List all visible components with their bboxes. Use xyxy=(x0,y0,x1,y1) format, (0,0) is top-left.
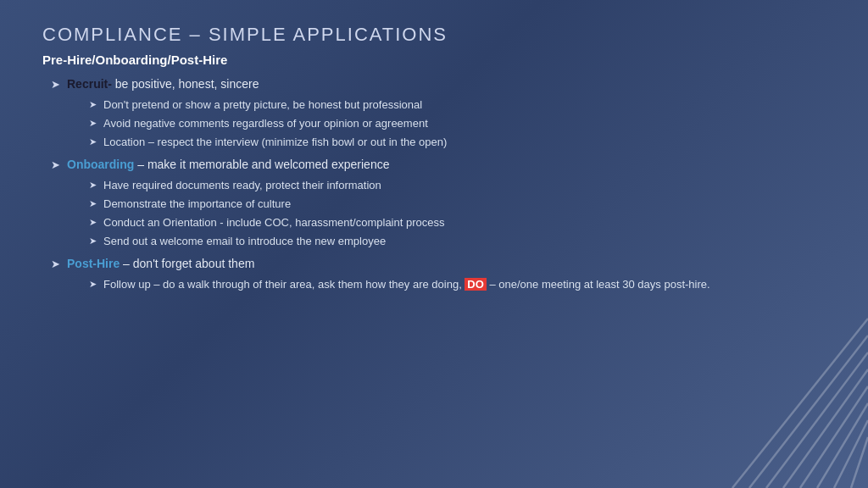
arrow-icon-recruit: ➤ xyxy=(51,76,60,93)
arrow-icon: ➤ xyxy=(89,97,97,112)
posthire-text: Post-Hire – don't forget about them xyxy=(67,255,254,274)
section-posthire: ➤ Post-Hire – don't forget about them xyxy=(51,255,826,274)
onboarding-description: – make it memorable and welcomed experie… xyxy=(134,158,389,171)
onboarding-sub1: ➤ Have required documents ready, protect… xyxy=(89,177,826,194)
arrow-icon: ➤ xyxy=(89,277,97,291)
recruit-text: Recruit- be positive, honest, sincere xyxy=(67,75,259,94)
onboarding-sub4: ➤ Send out a welcome email to introduce … xyxy=(89,233,826,250)
section-recruit: ➤ Recruit- be positive, honest, sincere xyxy=(51,75,826,94)
recruit-sub3-text: Location – respect the interview (minimi… xyxy=(103,134,447,151)
onboarding-sub2-text: Demonstrate the importance of culture xyxy=(103,196,291,213)
slide-title: COMPLIANCE – SIMPLE APPLICATIONS xyxy=(42,24,826,46)
recruit-sub1-text: Don't pretend or show a pretty picture, … xyxy=(103,97,422,114)
onboarding-sub3: ➤ Conduct an Orientation - include COC, … xyxy=(89,214,826,231)
onboarding-sub3-text: Conduct an Orientation - include COC, ha… xyxy=(103,214,444,231)
section-onboarding: ➤ Onboarding – make it memorable and wel… xyxy=(51,156,826,175)
arrow-icon: ➤ xyxy=(89,135,97,149)
posthire-sub1-text: Follow up – do a walk through of their a… xyxy=(103,276,710,293)
decorative-lines xyxy=(715,302,868,488)
svg-line-5 xyxy=(817,403,868,488)
svg-line-2 xyxy=(766,352,868,488)
recruit-description: be positive, honest, sincere xyxy=(112,77,259,91)
do-highlight: DO xyxy=(465,278,487,291)
onboarding-sub4-text: Send out a welcome email to introduce th… xyxy=(103,233,386,250)
arrow-icon-onboarding: ➤ xyxy=(51,157,60,174)
posthire-sub1: ➤ Follow up – do a walk through of their… xyxy=(89,276,826,293)
onboarding-sub2: ➤ Demonstrate the importance of culture xyxy=(89,196,826,213)
slide-subtitle: Pre-Hire/Onboarding/Post-Hire xyxy=(42,53,826,67)
slide: COMPLIANCE – SIMPLE APPLICATIONS Pre-Hir… xyxy=(0,0,868,488)
recruit-sub2-text: Avoid negative comments regardless of yo… xyxy=(103,115,428,132)
arrow-icon: ➤ xyxy=(89,215,97,230)
onboarding-sub1-text: Have required documents ready, protect t… xyxy=(103,177,381,194)
keyword-recruit: Recruit- xyxy=(67,77,112,91)
onboarding-text: Onboarding – make it memorable and welco… xyxy=(67,156,389,175)
arrow-icon-posthire: ➤ xyxy=(51,256,60,273)
recruit-sub2: ➤ Avoid negative comments regardless of … xyxy=(89,115,826,132)
recruit-sub1: ➤ Don't pretend or show a pretty picture… xyxy=(89,97,826,114)
arrow-icon: ➤ xyxy=(89,116,97,130)
keyword-posthire: Post-Hire xyxy=(67,257,120,270)
arrow-icon: ➤ xyxy=(89,234,97,248)
svg-line-7 xyxy=(851,437,868,488)
arrow-icon: ➤ xyxy=(89,178,97,192)
posthire-description: – don't forget about them xyxy=(120,257,254,270)
svg-line-4 xyxy=(800,386,868,488)
slide-content: ➤ Recruit- be positive, honest, sincere … xyxy=(42,75,826,293)
recruit-sub3: ➤ Location – respect the interview (mini… xyxy=(89,134,826,151)
keyword-onboarding: Onboarding xyxy=(67,158,134,171)
arrow-icon: ➤ xyxy=(89,197,97,211)
